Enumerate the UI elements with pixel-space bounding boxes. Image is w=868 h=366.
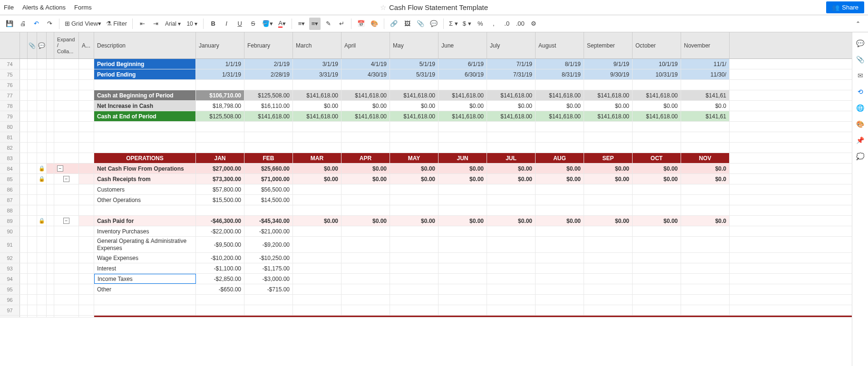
row-number[interactable]: 78: [0, 101, 20, 111]
data-cell[interactable]: [584, 263, 633, 273]
row-number[interactable]: 97: [0, 305, 20, 315]
grid-row[interactable]: 97: [0, 305, 852, 316]
grid-row[interactable]: 93Interest-$1,100.00-$1,175.00: [0, 263, 852, 274]
data-cell[interactable]: $141,618.00: [341, 111, 390, 121]
percent-icon[interactable]: %: [475, 18, 486, 30]
menu-file[interactable]: File: [4, 4, 14, 11]
collapse-toolbar-icon[interactable]: ⌃: [852, 20, 864, 27]
data-cell[interactable]: [390, 184, 439, 194]
data-cell[interactable]: [584, 237, 633, 252]
data-cell[interactable]: [633, 284, 681, 294]
data-cell[interactable]: [487, 263, 536, 273]
data-cell[interactable]: [390, 253, 439, 263]
data-cell[interactable]: [487, 195, 536, 205]
description-cell[interactable]: Period Beginning: [94, 59, 196, 69]
filter-button[interactable]: ⚗ Filter: [105, 18, 128, 30]
grid-row[interactable]: 79Cash at End of Period$125,508.00$141,6…: [0, 111, 852, 122]
data-cell[interactable]: [536, 195, 584, 205]
data-cell[interactable]: $141,618.00: [293, 90, 341, 100]
data-cell[interactable]: $0.00: [487, 101, 536, 111]
description-cell[interactable]: Cash at End of Period: [94, 111, 196, 121]
month-header[interactable]: March: [293, 32, 341, 58]
date-format-icon[interactable]: 📅: [355, 18, 367, 30]
data-cell[interactable]: $0.00: [341, 174, 390, 184]
sum-icon[interactable]: Σ ▾: [448, 18, 459, 30]
expand-cell[interactable]: [54, 253, 79, 263]
data-cell[interactable]: 2/1/19: [244, 59, 293, 69]
data-cell[interactable]: $141,618.00: [584, 111, 633, 121]
data-cell[interactable]: $0.00: [536, 101, 584, 111]
description-header[interactable]: Description: [94, 32, 196, 58]
expand-cell[interactable]: [54, 143, 79, 153]
data-cell[interactable]: $25,660.00: [244, 164, 293, 173]
rail-help-icon[interactable]: 💭: [856, 152, 865, 161]
data-cell[interactable]: [536, 237, 584, 252]
data-cell[interactable]: 9/1/19: [584, 59, 633, 69]
underline-icon[interactable]: U: [234, 18, 245, 30]
data-cell[interactable]: [536, 274, 584, 284]
description-cell[interactable]: Cash Receipts from: [94, 174, 196, 184]
data-cell[interactable]: [390, 263, 439, 273]
star-icon[interactable]: ☆: [380, 3, 386, 12]
strikethrough-icon[interactable]: S: [247, 18, 259, 30]
rail-format-icon[interactable]: 🎨: [856, 120, 865, 128]
data-cell[interactable]: 10/31/19: [633, 69, 681, 79]
data-cell[interactable]: 10/1/19: [633, 59, 681, 69]
data-cell[interactable]: [293, 184, 341, 194]
data-cell[interactable]: [439, 195, 487, 205]
data-cell[interactable]: [681, 195, 730, 205]
data-cell[interactable]: -$45,340.00: [244, 216, 293, 226]
data-cell[interactable]: $0.00: [584, 216, 633, 226]
expand-cell[interactable]: [54, 153, 79, 163]
month-header-cell[interactable]: NOV: [681, 153, 730, 163]
data-cell[interactable]: 3/1/19: [293, 59, 341, 69]
more-format-icon[interactable]: ⚙: [528, 18, 539, 30]
data-cell[interactable]: $0.00: [584, 164, 633, 173]
data-cell[interactable]: [681, 284, 730, 294]
align-middle-icon[interactable]: ≡▾: [309, 18, 321, 30]
indent-icon[interactable]: ⇥: [150, 18, 161, 30]
grid-row[interactable]: 86Customers$57,800.00$56,500.00: [0, 184, 852, 195]
month-header-cell[interactable]: MAR: [293, 153, 341, 163]
currency-icon[interactable]: $ ▾: [461, 18, 473, 30]
description-cell[interactable]: Wage Expenses: [94, 253, 196, 263]
data-cell[interactable]: -$10,250.00: [244, 253, 293, 263]
data-cell[interactable]: [390, 284, 439, 294]
month-header-cell[interactable]: OCT: [633, 153, 681, 163]
description-cell[interactable]: Other: [94, 284, 196, 294]
expand-cell[interactable]: [54, 90, 79, 100]
data-cell[interactable]: -$9,200.00: [244, 237, 293, 252]
data-cell[interactable]: [293, 274, 341, 284]
link-icon[interactable]: 🔗: [388, 18, 400, 30]
data-cell[interactable]: $141,618.00: [390, 111, 439, 121]
redo-icon[interactable]: ↷: [44, 18, 55, 30]
data-cell[interactable]: $141,618.00: [341, 90, 390, 100]
attach-icon[interactable]: 📎: [415, 18, 426, 30]
font-select[interactable]: Arial ▾: [163, 20, 183, 27]
description-cell[interactable]: Other Operations: [94, 195, 196, 205]
data-cell[interactable]: 3/31/19: [293, 69, 341, 79]
description-cell[interactable]: [94, 122, 196, 132]
data-cell[interactable]: $141,618.00: [633, 111, 681, 121]
print-icon[interactable]: 🖨: [17, 18, 29, 30]
data-cell[interactable]: [681, 274, 730, 284]
data-cell[interactable]: [536, 253, 584, 263]
data-cell[interactable]: 4/1/19: [341, 59, 390, 69]
data-cell[interactable]: $0.00: [293, 216, 341, 226]
menu-forms[interactable]: Forms: [74, 4, 92, 11]
data-cell[interactable]: $141,618.00: [439, 90, 487, 100]
row-number[interactable]: 82: [0, 143, 20, 153]
data-cell[interactable]: $141,618.00: [293, 111, 341, 121]
font-size-select[interactable]: 10 ▾: [185, 20, 199, 27]
data-cell[interactable]: [584, 284, 633, 294]
description-cell[interactable]: [94, 80, 196, 90]
image-icon[interactable]: 🖼: [401, 18, 413, 30]
data-cell[interactable]: [633, 195, 681, 205]
data-cell[interactable]: 7/1/19: [487, 59, 536, 69]
grid-row[interactable]: 85🔒−Cash Receipts from$73,300.00$71,000.…: [0, 174, 852, 184]
expand-cell[interactable]: [54, 205, 79, 215]
data-cell[interactable]: $57,800.00: [196, 184, 244, 194]
data-cell[interactable]: $141,618.00: [633, 90, 681, 100]
month-header-cell[interactable]: SEP: [584, 153, 633, 163]
data-cell[interactable]: [341, 274, 390, 284]
